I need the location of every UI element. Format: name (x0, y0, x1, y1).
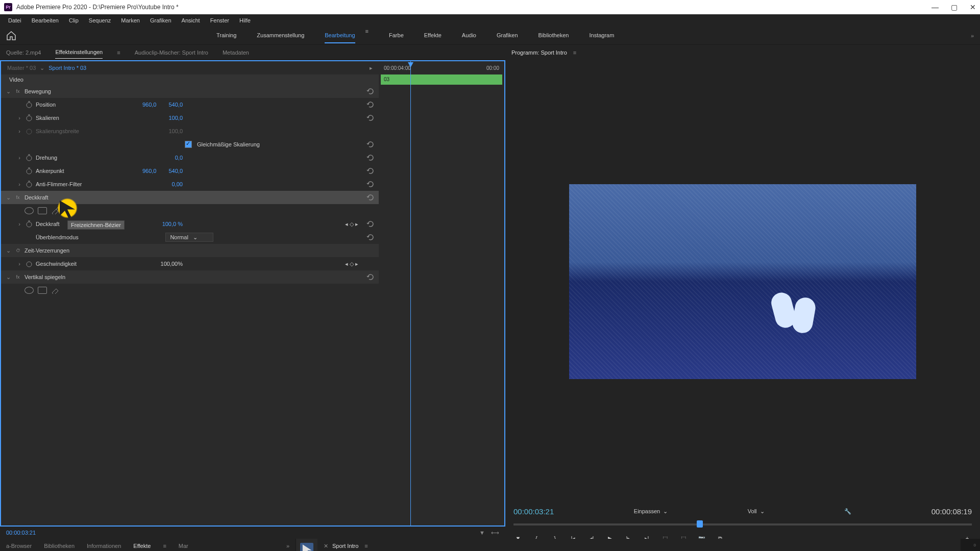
stopwatch-icon[interactable] (24, 167, 34, 174)
wrench-icon[interactable]: 🔧 (844, 508, 851, 515)
ec-blendmode-select[interactable]: Normal ⌄ (165, 234, 213, 241)
close-sequence-icon[interactable]: ✕ (324, 543, 328, 549)
workspace-bibliotheken[interactable]: Bibliotheken (538, 28, 569, 43)
workspace-farbe[interactable]: Farbe (389, 28, 404, 43)
reset-icon[interactable] (366, 167, 375, 175)
ec-antiflimmer-value[interactable]: 0,00 (172, 181, 183, 187)
ellipse-mask-icon[interactable] (24, 287, 34, 294)
menu-marken[interactable]: Marken (117, 16, 144, 24)
program-tc-left[interactable]: 00:00:03:21 (513, 507, 554, 516)
chevron-down-icon[interactable]: ⌄ (40, 65, 44, 71)
pen-mask-icon[interactable] (51, 287, 60, 294)
panel-menu-icon[interactable]: ≡ (364, 543, 368, 549)
tab-menu-icon[interactable]: ≡ (117, 49, 120, 56)
workspace-training[interactable]: Training (216, 28, 236, 43)
menu-ansicht[interactable]: Ansicht (178, 16, 204, 24)
panel-menu-icon[interactable]: ≡ (573, 49, 576, 56)
expand-icon[interactable]: ⌄ (3, 274, 13, 281)
audio-meters[interactable]: 0 -6 -12 -18 -24 -30 -36 -42 -48 -54 (961, 539, 980, 551)
program-quality-dropdown[interactable]: Voll ⌄ (748, 508, 765, 515)
gleichmassig-checkbox[interactable] (185, 141, 192, 148)
rect-mask-icon[interactable] (38, 287, 47, 294)
program-scrubber[interactable] (513, 519, 972, 530)
menu-bearbeiten[interactable]: Bearbeiten (28, 16, 63, 24)
reset-icon[interactable] (366, 233, 375, 241)
ec-position-x[interactable]: 960,0540,0 (142, 102, 183, 108)
scrubber-playhead[interactable] (697, 520, 703, 528)
expand-icon[interactable]: › (14, 221, 24, 227)
reset-icon[interactable] (366, 273, 375, 281)
expand-icon[interactable]: › (14, 115, 24, 121)
ec-vertikal-group[interactable]: ⌄ fx Vertikal spiegeln (1, 270, 379, 284)
overflow-icon[interactable]: » (286, 543, 289, 549)
zoom-slider-icon[interactable]: ⟷ (491, 530, 499, 536)
reset-icon[interactable] (366, 220, 375, 228)
ec-playhead[interactable] (410, 61, 411, 525)
ec-timeline[interactable]: 00:00:04:00 00:00 03 (379, 61, 504, 525)
workspace-instagram[interactable]: Instagram (589, 28, 614, 43)
menu-fenster[interactable]: Fenster (206, 16, 233, 24)
tab-metadaten[interactable]: Metadaten (223, 46, 249, 59)
workspace-overflow-icon[interactable]: » (971, 33, 974, 39)
ec-opacity-value[interactable]: 100,0 % (162, 221, 183, 227)
menu-clip[interactable]: Clip (65, 16, 83, 24)
tab-browser[interactable]: a-Browser (6, 543, 32, 549)
workspace-bearbeitung[interactable]: Bearbeitung (325, 28, 355, 43)
fx-badge-icon[interactable]: ⏱ (13, 248, 22, 253)
tab-quelle[interactable]: Quelle: 2.mp4 (6, 46, 41, 59)
reset-icon[interactable] (366, 87, 375, 95)
ec-zeit-group[interactable]: ⌄ ⏱ Zeit-Verzerrungen (1, 244, 379, 257)
rect-mask-icon[interactable] (38, 207, 47, 214)
reset-icon[interactable] (366, 101, 375, 109)
workspace-menu-icon[interactable]: ≡ (365, 28, 369, 43)
program-fit-dropdown[interactable]: Einpassen ⌄ (634, 508, 668, 515)
workspace-audio[interactable]: Audio (462, 28, 476, 43)
ec-clip-selector[interactable]: Master * 03 ⌄ Sport Intro * 03 ▸ (1, 61, 379, 74)
workspace-grafiken[interactable]: Grafiken (497, 28, 518, 43)
ec-drehung-value[interactable]: 0,0 (175, 155, 183, 161)
reset-icon[interactable] (366, 140, 375, 148)
program-viewer[interactable] (505, 60, 980, 503)
menu-grafiken[interactable]: Grafiken (146, 16, 176, 24)
tab-audioclip-mischer[interactable]: Audioclip-Mischer: Sport Intro (135, 46, 208, 59)
maximize-button[interactable]: ▢ (951, 3, 958, 11)
expand-icon[interactable]: ⌄ (3, 88, 13, 95)
ellipse-mask-icon[interactable] (24, 207, 34, 214)
selection-tool-icon[interactable] (300, 543, 313, 551)
stopwatch-icon[interactable] (24, 154, 34, 161)
reset-icon[interactable] (366, 114, 375, 122)
stopwatch-icon[interactable] (24, 260, 34, 267)
minimize-button[interactable]: — (932, 3, 939, 11)
tab-effekteinstellungen[interactable]: Effekteinstellungen (55, 46, 103, 59)
menu-hilfe[interactable]: Hilfe (235, 16, 255, 24)
ec-bewegung-group[interactable]: ⌄ fx Bewegung (1, 85, 379, 98)
sequence-title[interactable]: Sport Intro (332, 543, 358, 549)
stopwatch-icon[interactable] (24, 181, 34, 188)
filter-icon[interactable]: ▼ (479, 530, 485, 536)
workspace-zusammenstellung[interactable]: Zusammenstellung (257, 28, 304, 43)
tab-menu-icon[interactable]: ≡ (163, 543, 166, 549)
tab-effekte[interactable]: Effekte (133, 543, 151, 549)
tab-mar[interactable]: Mar (179, 543, 188, 549)
stopwatch-icon[interactable] (24, 101, 34, 108)
ec-footer-timecode[interactable]: 00:00:03:21 (6, 530, 36, 536)
expand-icon[interactable]: › (14, 181, 24, 187)
stopwatch-icon[interactable] (24, 220, 34, 228)
fx-badge-icon[interactable]: fx (13, 274, 22, 280)
stopwatch-icon[interactable] (24, 114, 34, 121)
keyframe-nav[interactable]: ◂ ◇ ▸ (345, 261, 358, 267)
fx-badge-icon[interactable]: fx (13, 195, 22, 200)
close-button[interactable]: ✕ (970, 3, 976, 11)
workspace-effekte[interactable]: Effekte (424, 28, 442, 43)
reset-icon[interactable] (366, 154, 375, 162)
reset-icon[interactable] (366, 180, 375, 188)
ec-skalieren-value[interactable]: 100,0 (168, 115, 183, 121)
ec-speed-value[interactable]: 100,00% (161, 261, 183, 267)
expand-icon[interactable]: ⌄ (3, 247, 13, 254)
reset-icon[interactable] (366, 193, 375, 202)
expand-icon[interactable]: ⌄ (3, 194, 13, 201)
tab-informationen[interactable]: Informationen (87, 543, 121, 549)
expand-icon[interactable]: › (14, 261, 24, 267)
expand-icon[interactable]: › (14, 155, 24, 161)
fx-badge-icon[interactable]: fx (13, 89, 22, 94)
